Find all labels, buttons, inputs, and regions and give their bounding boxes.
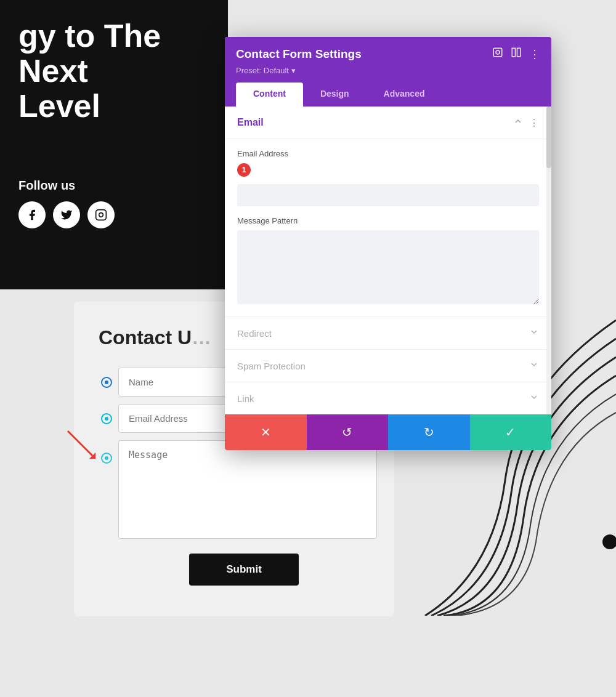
social-icons-row — [18, 201, 115, 228]
tab-design[interactable]: Design — [303, 83, 367, 107]
name-field-icon — [101, 377, 112, 388]
twitter-icon[interactable] — [53, 201, 80, 228]
cancel-icon: ✕ — [261, 425, 271, 440]
email-address-label: Email Address — [237, 149, 539, 158]
facebook-icon[interactable] — [18, 201, 46, 228]
section-header-icons: ⋮ — [513, 116, 539, 129]
panel-tabs: Content Design Advanced — [236, 83, 540, 107]
section-more-icon[interactable]: ⋮ — [529, 117, 539, 129]
panel-preset[interactable]: Preset: Default ▾ — [236, 66, 540, 75]
scrollbar-thumb[interactable] — [546, 107, 551, 168]
panel-icon-more[interactable]: ⋮ — [529, 47, 540, 61]
follow-us-label: Follow us — [18, 179, 115, 193]
email-section-title: Email — [237, 117, 264, 128]
undo-button[interactable]: ↺ — [307, 414, 389, 450]
svg-point-3 — [105, 381, 108, 384]
spam-protection-chevron — [529, 360, 539, 372]
svg-point-5 — [105, 456, 108, 460]
scrollbar-track[interactable] — [546, 107, 551, 414]
svg-rect-11 — [517, 48, 521, 57]
link-chevron — [529, 392, 539, 405]
save-button[interactable]: ✓ — [470, 414, 552, 450]
instagram-icon[interactable] — [87, 201, 115, 228]
arrow-icon — [55, 419, 105, 468]
error-badge: 1 — [237, 163, 251, 177]
section-collapse-icon[interactable] — [513, 116, 523, 129]
svg-rect-10 — [512, 48, 515, 57]
link-section[interactable]: Link — [225, 382, 551, 414]
panel-body: Email ⋮ Email Address 1 Message Pattern — [225, 107, 551, 450]
message-pattern-textarea[interactable] — [237, 230, 539, 304]
panel-header: Contact Form Settings ⋮ Preset: Default … — [225, 37, 551, 107]
link-title: Link — [237, 393, 254, 404]
follow-us-section: Follow us — [18, 179, 115, 228]
panel-header-top: Contact Form Settings ⋮ — [236, 47, 540, 61]
tab-advanced[interactable]: Advanced — [367, 83, 442, 107]
svg-point-2 — [602, 534, 616, 549]
panel-title: Contact Form Settings — [236, 47, 362, 61]
redo-icon: ↻ — [424, 425, 434, 440]
top-banner: gy to The Next Level — [0, 0, 228, 289]
panel-icon-screenshot[interactable] — [492, 47, 503, 61]
panel-header-icons: ⋮ — [492, 47, 540, 61]
banner-text: gy to The Next Level — [0, 0, 228, 143]
redirect-section[interactable]: Redirect — [225, 316, 551, 349]
redirect-title: Redirect — [237, 328, 272, 339]
svg-rect-0 — [96, 210, 107, 220]
svg-point-4 — [105, 417, 108, 421]
action-bar: ✕ ↺ ↻ ✓ — [225, 414, 551, 450]
redo-button[interactable]: ↻ — [388, 414, 470, 450]
svg-point-9 — [496, 50, 500, 54]
redirect-chevron — [529, 327, 539, 339]
message-pattern-label: Message Pattern — [237, 216, 539, 225]
svg-line-6 — [68, 431, 92, 456]
spam-protection-section[interactable]: Spam Protection — [225, 349, 551, 382]
spam-protection-title: Spam Protection — [237, 361, 306, 371]
submit-button[interactable]: Submit — [189, 554, 299, 586]
undo-icon: ↺ — [342, 425, 352, 440]
email-address-input[interactable] — [237, 184, 539, 206]
tab-content[interactable]: Content — [236, 83, 303, 107]
message-field-wrapper — [118, 440, 370, 541]
svg-rect-8 — [493, 48, 502, 57]
arrow-container — [55, 419, 105, 470]
settings-panel: Contact Form Settings ⋮ Preset: Default … — [225, 37, 551, 450]
message-textarea[interactable] — [118, 440, 377, 539]
email-section-content: Email Address 1 Message Pattern — [225, 139, 551, 316]
cancel-button[interactable]: ✕ — [225, 414, 307, 450]
panel-icon-columns[interactable] — [511, 47, 522, 61]
save-icon: ✓ — [505, 425, 516, 440]
email-section-header: Email ⋮ — [225, 107, 551, 139]
